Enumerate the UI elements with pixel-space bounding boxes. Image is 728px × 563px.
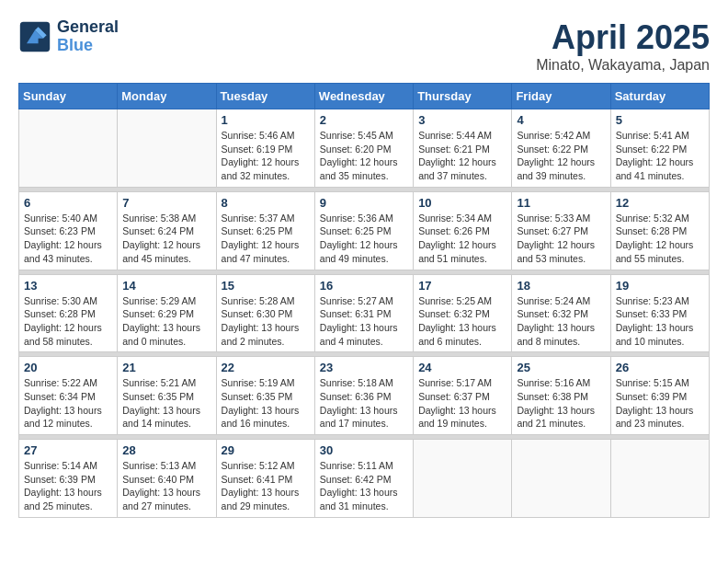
day-number: 27 bbox=[24, 443, 112, 457]
week-row-1: 1Sunrise: 5:46 AM Sunset: 6:19 PM Daylig… bbox=[19, 109, 710, 188]
weekday-header-friday: Friday bbox=[512, 84, 610, 109]
day-number: 28 bbox=[122, 443, 210, 457]
day-info: Sunrise: 5:32 AM Sunset: 6:28 PM Dayligh… bbox=[616, 212, 704, 266]
day-number: 20 bbox=[24, 361, 112, 374]
day-info: Sunrise: 5:45 AM Sunset: 6:20 PM Dayligh… bbox=[320, 129, 408, 183]
day-info: Sunrise: 5:21 AM Sunset: 6:35 PM Dayligh… bbox=[122, 376, 210, 431]
day-cell: 4Sunrise: 5:42 AM Sunset: 6:22 PM Daylig… bbox=[512, 109, 610, 188]
day-cell: 6Sunrise: 5:40 AM Sunset: 6:23 PM Daylig… bbox=[19, 191, 118, 270]
day-info: Sunrise: 5:17 AM Sunset: 6:37 PM Dayligh… bbox=[418, 376, 506, 431]
day-cell: 27Sunrise: 5:14 AM Sunset: 6:39 PM Dayli… bbox=[19, 440, 118, 518]
day-cell bbox=[414, 440, 512, 518]
day-info: Sunrise: 5:24 AM Sunset: 6:32 PM Dayligh… bbox=[517, 294, 605, 349]
day-info: Sunrise: 5:28 AM Sunset: 6:30 PM Dayligh… bbox=[222, 294, 310, 349]
day-number: 30 bbox=[320, 443, 408, 457]
day-cell: 10Sunrise: 5:34 AM Sunset: 6:26 PM Dayli… bbox=[414, 191, 512, 270]
day-cell: 9Sunrise: 5:36 AM Sunset: 6:25 PM Daylig… bbox=[314, 191, 413, 270]
week-row-5: 27Sunrise: 5:14 AM Sunset: 6:39 PM Dayli… bbox=[19, 440, 710, 518]
day-info: Sunrise: 5:22 AM Sunset: 6:34 PM Dayligh… bbox=[24, 376, 112, 431]
day-cell: 17Sunrise: 5:25 AM Sunset: 6:32 PM Dayli… bbox=[414, 274, 512, 352]
day-info: Sunrise: 5:19 AM Sunset: 6:35 PM Dayligh… bbox=[222, 376, 310, 431]
day-info: Sunrise: 5:15 AM Sunset: 6:39 PM Dayligh… bbox=[616, 376, 704, 431]
week-row-2: 6Sunrise: 5:40 AM Sunset: 6:23 PM Daylig… bbox=[19, 191, 710, 270]
day-number: 12 bbox=[616, 196, 704, 210]
day-cell: 19Sunrise: 5:23 AM Sunset: 6:33 PM Dayli… bbox=[610, 274, 709, 352]
day-cell: 14Sunrise: 5:29 AM Sunset: 6:29 PM Dayli… bbox=[118, 274, 216, 352]
day-number: 14 bbox=[122, 279, 210, 293]
day-number: 3 bbox=[418, 113, 506, 127]
day-number: 4 bbox=[517, 113, 605, 127]
day-number: 17 bbox=[418, 279, 506, 293]
week-row-3: 13Sunrise: 5:30 AM Sunset: 6:28 PM Dayli… bbox=[19, 274, 710, 352]
day-number: 6 bbox=[24, 196, 112, 210]
logo-text: General Blue bbox=[57, 18, 119, 55]
day-info: Sunrise: 5:42 AM Sunset: 6:22 PM Dayligh… bbox=[517, 129, 605, 183]
calendar: SundayMondayTuesdayWednesdayThursdayFrid… bbox=[18, 83, 710, 518]
day-number: 23 bbox=[320, 361, 408, 374]
logo-icon bbox=[18, 20, 51, 53]
day-cell: 20Sunrise: 5:22 AM Sunset: 6:34 PM Dayli… bbox=[19, 357, 118, 435]
day-cell: 21Sunrise: 5:21 AM Sunset: 6:35 PM Dayli… bbox=[118, 357, 216, 435]
day-info: Sunrise: 5:41 AM Sunset: 6:22 PM Dayligh… bbox=[616, 129, 704, 183]
day-cell: 28Sunrise: 5:13 AM Sunset: 6:40 PM Dayli… bbox=[118, 440, 216, 518]
day-info: Sunrise: 5:34 AM Sunset: 6:26 PM Dayligh… bbox=[418, 212, 506, 266]
day-info: Sunrise: 5:23 AM Sunset: 6:33 PM Dayligh… bbox=[616, 294, 704, 349]
day-cell: 11Sunrise: 5:33 AM Sunset: 6:27 PM Dayli… bbox=[512, 191, 610, 270]
day-number: 8 bbox=[222, 196, 310, 210]
day-info: Sunrise: 5:33 AM Sunset: 6:27 PM Dayligh… bbox=[517, 212, 605, 266]
day-cell: 29Sunrise: 5:12 AM Sunset: 6:41 PM Dayli… bbox=[216, 440, 314, 518]
day-number: 26 bbox=[616, 361, 704, 374]
week-row-4: 20Sunrise: 5:22 AM Sunset: 6:34 PM Dayli… bbox=[19, 357, 710, 435]
day-number: 2 bbox=[320, 113, 408, 127]
day-number: 21 bbox=[122, 361, 210, 374]
day-cell: 30Sunrise: 5:11 AM Sunset: 6:42 PM Dayli… bbox=[314, 440, 413, 518]
weekday-header-wednesday: Wednesday bbox=[314, 84, 413, 109]
day-number: 9 bbox=[320, 196, 408, 210]
day-cell: 12Sunrise: 5:32 AM Sunset: 6:28 PM Dayli… bbox=[610, 191, 709, 270]
weekday-header-saturday: Saturday bbox=[610, 84, 709, 109]
page-header: General Blue April 2025 Minato, Wakayama… bbox=[18, 18, 710, 74]
day-cell: 7Sunrise: 5:38 AM Sunset: 6:24 PM Daylig… bbox=[118, 191, 216, 270]
day-info: Sunrise: 5:13 AM Sunset: 6:40 PM Dayligh… bbox=[122, 459, 210, 513]
day-number: 11 bbox=[517, 196, 605, 210]
day-cell: 15Sunrise: 5:28 AM Sunset: 6:30 PM Dayli… bbox=[216, 274, 314, 352]
day-number: 13 bbox=[24, 279, 112, 293]
day-cell: 16Sunrise: 5:27 AM Sunset: 6:31 PM Dayli… bbox=[314, 274, 413, 352]
day-number: 19 bbox=[616, 279, 704, 293]
day-cell: 26Sunrise: 5:15 AM Sunset: 6:39 PM Dayli… bbox=[610, 357, 709, 435]
weekday-header-row: SundayMondayTuesdayWednesdayThursdayFrid… bbox=[19, 84, 710, 109]
day-cell: 8Sunrise: 5:37 AM Sunset: 6:25 PM Daylig… bbox=[216, 191, 314, 270]
day-info: Sunrise: 5:25 AM Sunset: 6:32 PM Dayligh… bbox=[418, 294, 506, 349]
day-info: Sunrise: 5:38 AM Sunset: 6:24 PM Dayligh… bbox=[122, 212, 210, 266]
day-info: Sunrise: 5:14 AM Sunset: 6:39 PM Dayligh… bbox=[24, 459, 112, 513]
day-number: 25 bbox=[517, 361, 605, 374]
day-cell bbox=[118, 109, 216, 188]
day-number: 5 bbox=[616, 113, 704, 127]
day-info: Sunrise: 5:12 AM Sunset: 6:41 PM Dayligh… bbox=[222, 459, 310, 513]
day-info: Sunrise: 5:46 AM Sunset: 6:19 PM Dayligh… bbox=[222, 129, 310, 183]
weekday-header-tuesday: Tuesday bbox=[216, 84, 314, 109]
day-info: Sunrise: 5:27 AM Sunset: 6:31 PM Dayligh… bbox=[320, 294, 408, 349]
title-area: April 2025 Minato, Wakayama, Japan bbox=[536, 18, 710, 74]
day-cell: 3Sunrise: 5:44 AM Sunset: 6:21 PM Daylig… bbox=[414, 109, 512, 188]
day-info: Sunrise: 5:16 AM Sunset: 6:38 PM Dayligh… bbox=[517, 376, 605, 431]
day-cell: 18Sunrise: 5:24 AM Sunset: 6:32 PM Dayli… bbox=[512, 274, 610, 352]
day-info: Sunrise: 5:44 AM Sunset: 6:21 PM Dayligh… bbox=[418, 129, 506, 183]
day-info: Sunrise: 5:11 AM Sunset: 6:42 PM Dayligh… bbox=[320, 459, 408, 513]
day-number: 22 bbox=[222, 361, 310, 374]
day-info: Sunrise: 5:40 AM Sunset: 6:23 PM Dayligh… bbox=[24, 212, 112, 266]
day-cell: 2Sunrise: 5:45 AM Sunset: 6:20 PM Daylig… bbox=[314, 109, 413, 188]
month-title: April 2025 bbox=[536, 18, 710, 57]
day-info: Sunrise: 5:29 AM Sunset: 6:29 PM Dayligh… bbox=[122, 294, 210, 349]
logo: General Blue bbox=[18, 18, 119, 55]
day-cell: 25Sunrise: 5:16 AM Sunset: 6:38 PM Dayli… bbox=[512, 357, 610, 435]
day-number: 15 bbox=[222, 279, 310, 293]
day-cell bbox=[512, 440, 610, 518]
weekday-header-thursday: Thursday bbox=[414, 84, 512, 109]
day-number: 18 bbox=[517, 279, 605, 293]
weekday-header-monday: Monday bbox=[118, 84, 216, 109]
day-cell: 23Sunrise: 5:18 AM Sunset: 6:36 PM Dayli… bbox=[314, 357, 413, 435]
day-cell: 13Sunrise: 5:30 AM Sunset: 6:28 PM Dayli… bbox=[19, 274, 118, 352]
day-cell: 24Sunrise: 5:17 AM Sunset: 6:37 PM Dayli… bbox=[414, 357, 512, 435]
day-cell: 22Sunrise: 5:19 AM Sunset: 6:35 PM Dayli… bbox=[216, 357, 314, 435]
